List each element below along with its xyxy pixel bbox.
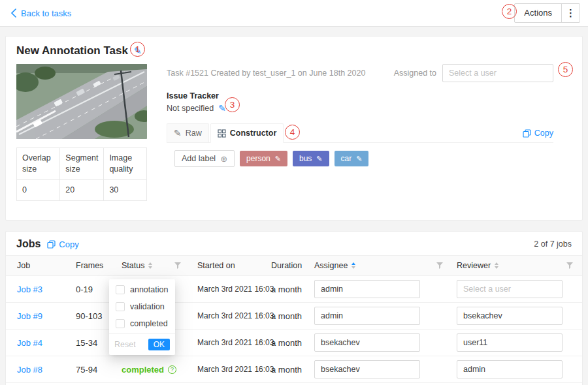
kebab-menu-icon[interactable]: ⋮: [561, 4, 580, 22]
tab-raw-label: Raw: [186, 129, 202, 138]
tab-constructor-label: Constructor: [230, 129, 277, 138]
col-started-on: Started on: [192, 261, 266, 270]
jobs-table-header: Job Frames Status Started on Duration As…: [6, 255, 582, 276]
param-value-segment: 20: [60, 179, 104, 200]
job-link[interactable]: Job #8: [17, 365, 42, 375]
job-link[interactable]: Job #9: [17, 311, 42, 321]
actions-label[interactable]: Actions: [515, 4, 561, 22]
labels-copy-label: Copy: [534, 129, 553, 138]
jobs-card: Jobs Copy 2 of 7 jobs Job Frames Status …: [5, 231, 583, 385]
job-link[interactable]: Job #4: [17, 338, 42, 348]
filter-option-completed[interactable]: completed: [109, 315, 175, 332]
assignee-select[interactable]: [314, 280, 420, 298]
filter-reset-button[interactable]: Reset: [114, 340, 136, 349]
labels-constructor-area: Add label ⊕ person ✎ bus ✎ car ✎: [167, 143, 553, 167]
col-assignee[interactable]: Assignee: [309, 261, 428, 270]
param-header-quality: Image quality: [104, 148, 147, 180]
col-duration: Duration: [266, 261, 309, 270]
col-status[interactable]: Status: [116, 261, 163, 270]
assignee-select[interactable]: [314, 333, 420, 352]
edit-label-icon[interactable]: ✎: [356, 155, 362, 162]
label-tag-person-name: person: [246, 154, 270, 163]
issue-tracker-value: Not specified: [167, 104, 214, 113]
back-to-tasks-link[interactable]: Back to tasks: [10, 8, 71, 18]
task-meta-text: Task #1521 Created by test_user_1 on Jun…: [167, 69, 365, 78]
assignee-select[interactable]: [314, 360, 420, 378]
annotation-step-2: 2: [502, 4, 517, 19]
param-value-overlap: 0: [17, 179, 60, 200]
jobs-title: Jobs: [16, 238, 41, 250]
param-value-quality: 30: [104, 179, 147, 200]
jobs-count: 2 of 7 jobs: [534, 239, 572, 249]
back-to-tasks-label: Back to tasks: [21, 8, 71, 18]
assigned-to-select[interactable]: [442, 64, 553, 82]
checkbox-validation[interactable]: [116, 302, 125, 311]
job-link[interactable]: Job #3: [17, 285, 42, 294]
assignee-filter-icon[interactable]: [428, 262, 451, 270]
job-duration: a month: [266, 285, 309, 294]
top-bar: Back to tasks Actions ⋮: [0, 0, 588, 27]
job-started-on: March 3rd 2021 16:03: [192, 365, 266, 374]
plus-circle-icon: ⊕: [220, 155, 227, 163]
status-filter-icon[interactable]: [163, 262, 192, 270]
issue-tracker-label: Issue Tracker: [167, 91, 553, 100]
param-header-segment: Segment size: [60, 148, 104, 180]
annotation-step-4: 4: [285, 125, 300, 140]
annotation-step-1: 1: [130, 42, 145, 57]
labels-tabs-bar: ✎ Raw Constructor Copy: [167, 122, 553, 143]
col-job: Job: [12, 261, 71, 270]
jobs-copy-label: Copy: [59, 239, 78, 249]
job-duration: a month: [266, 365, 309, 375]
status-filter-dropdown: annotation validation completed Reset OK: [109, 279, 175, 355]
label-tag-bus[interactable]: bus ✎: [293, 151, 329, 166]
question-circle-icon[interactable]: ?: [168, 365, 176, 374]
param-header-overlap: Overlap size: [17, 148, 60, 180]
label-tag-person[interactable]: person ✎: [240, 151, 287, 166]
filter-option-annotation[interactable]: annotation: [109, 281, 175, 298]
reviewer-select[interactable]: [457, 333, 563, 352]
reviewer-select[interactable]: [457, 360, 563, 378]
tab-constructor[interactable]: Constructor: [210, 123, 284, 143]
edit-label-icon[interactable]: ✎: [316, 155, 322, 162]
reviewer-sorter-icon[interactable]: [495, 262, 498, 269]
col-reviewer[interactable]: Reviewer: [451, 261, 563, 270]
job-row: Job #9 90-103 March 3rd 2021 16:03 a mon…: [6, 303, 582, 330]
filter-option-label: annotation: [130, 285, 168, 294]
job-started-on: March 3rd 2021 16:03: [192, 311, 266, 320]
reviewer-filter-icon[interactable]: [563, 262, 576, 270]
task-title: New Annotation Task: [16, 44, 128, 57]
add-label-text: Add label: [182, 154, 216, 163]
annotation-step-3: 3: [225, 97, 240, 112]
jobs-copy-button[interactable]: Copy: [47, 239, 78, 249]
assignee-sorter-icon[interactable]: [351, 262, 355, 269]
tab-raw[interactable]: ✎ Raw: [167, 123, 209, 142]
copy-icon: [523, 129, 531, 138]
assignee-select[interactable]: [314, 307, 420, 325]
labels-copy-button[interactable]: Copy: [523, 129, 553, 138]
job-row: Job #8 75-94 completed ? March 3rd 2021 …: [6, 356, 582, 383]
job-row: Job #4 15-34 March 3rd 2021 16:03 a mont…: [6, 330, 582, 356]
label-tag-car-name: car: [341, 154, 352, 163]
filter-option-validation[interactable]: validation: [109, 298, 175, 315]
checkbox-annotation[interactable]: [116, 285, 125, 294]
filter-option-label: completed: [130, 319, 168, 328]
label-tag-bus-name: bus: [299, 154, 312, 163]
actions-button[interactable]: Actions ⋮: [514, 3, 580, 23]
job-frames: 75-94: [71, 365, 116, 375]
reviewer-select[interactable]: [457, 307, 563, 325]
label-tag-car[interactable]: car ✎: [335, 151, 369, 166]
edit-label-icon[interactable]: ✎: [275, 155, 281, 162]
filter-ok-button[interactable]: OK: [148, 339, 170, 350]
checkbox-completed[interactable]: [116, 319, 125, 328]
status-sorter-icon[interactable]: [148, 262, 152, 269]
job-row: Job #3 0-19 March 3rd 2021 16:03 a month: [6, 276, 582, 303]
reviewer-select[interactable]: [457, 280, 563, 298]
assigned-to-label: Assigned to: [394, 69, 436, 78]
copy-icon: [47, 240, 56, 249]
add-label-button[interactable]: Add label ⊕: [174, 150, 235, 167]
raw-edit-icon: ✎: [174, 129, 182, 138]
annotation-step-5: 5: [558, 62, 573, 77]
job-started-on: March 3rd 2021 16:03: [192, 338, 266, 347]
col-frames: Frames: [71, 261, 116, 270]
task-params-table: Overlap size Segment size Image quality …: [16, 147, 147, 201]
